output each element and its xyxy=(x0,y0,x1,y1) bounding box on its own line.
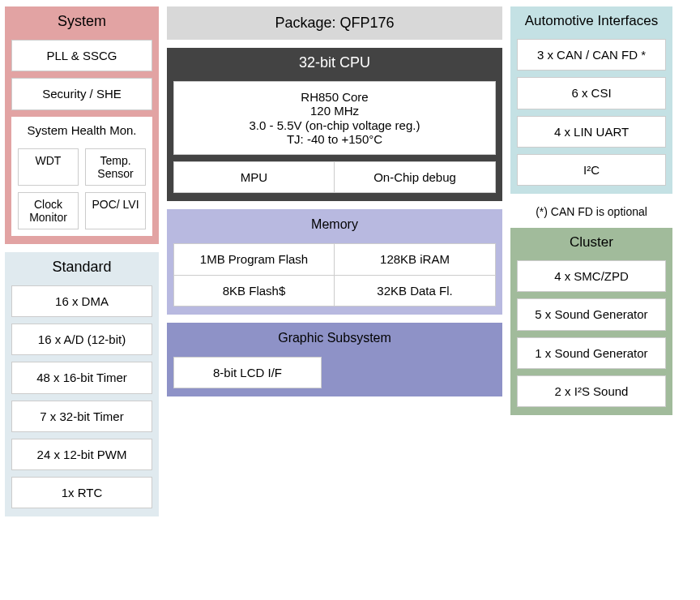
cluster-item: 5 x Sound Generator xyxy=(517,298,666,330)
health-cell: POC/ LVI xyxy=(85,192,146,229)
cpu-sub: On-Chip debug xyxy=(335,161,496,193)
graphic-title: Graphic Subsystem xyxy=(173,328,496,350)
standard-item: 16 x DMA xyxy=(11,285,152,317)
cpu-core: RH850 Core 120 MHz 3.0 - 5.5V (on-chip v… xyxy=(173,81,496,155)
cluster-item: 2 x I²S Sound xyxy=(517,375,666,407)
package-panel: Package: QFP176 xyxy=(167,6,502,40)
system-health: System Health Mon. WDT Temp. Sensor Cloc… xyxy=(11,117,152,236)
graphic-item: 8-bit LCD I/F xyxy=(173,357,322,388)
auto-item: 3 x CAN / CAN FD * xyxy=(517,39,666,71)
cluster-item: 4 x SMC/ZPD xyxy=(517,260,666,292)
memory-cell: 32KB Data Fl. xyxy=(335,276,496,306)
cluster-item: 1 x Sound Generator xyxy=(517,337,666,369)
cluster-title: Cluster xyxy=(517,233,666,254)
cpu-sub: MPU xyxy=(173,161,335,193)
canfd-note: (*) CAN FD is optional xyxy=(510,202,672,220)
memory-panel: Memory 1MB Program Flash 128KB iRAM 8KB … xyxy=(167,209,502,315)
standard-item: 24 x 12-bit PWM xyxy=(11,439,152,470)
standard-title: Standard xyxy=(11,257,152,279)
system-item: Security / SHE xyxy=(11,78,152,109)
graphic-panel: Graphic Subsystem 8-bit LCD I/F xyxy=(167,323,502,396)
memory-cell: 1MB Program Flash xyxy=(173,243,335,275)
package-title: Package: QFP176 xyxy=(175,15,494,32)
memory-title: Memory xyxy=(173,214,496,237)
automotive-panel: Automotive Interfaces 3 x CAN / CAN FD *… xyxy=(510,6,672,194)
standard-panel: Standard 16 x DMA 16 x A/D (12-bit) 48 x… xyxy=(5,252,159,517)
cpu-panel: 32-bit CPU RH850 Core 120 MHz 3.0 - 5.5V… xyxy=(167,48,502,201)
system-panel: System PLL & SSCG Security / SHE System … xyxy=(5,6,159,244)
system-title: System xyxy=(11,11,152,33)
standard-item: 1x RTC xyxy=(11,477,152,508)
automotive-title: Automotive Interfaces xyxy=(517,11,666,32)
standard-item: 7 x 32-bit Timer xyxy=(11,401,152,432)
system-health-title: System Health Mon. xyxy=(18,123,146,142)
memory-cell: 8KB Flash$ xyxy=(173,276,335,306)
auto-item: I²C xyxy=(517,154,666,186)
cluster-panel: Cluster 4 x SMC/ZPD 5 x Sound Generator … xyxy=(510,228,672,415)
cpu-title: 32-bit CPU xyxy=(173,53,496,75)
system-item: PLL & SSCG xyxy=(11,40,152,71)
health-cell: WDT xyxy=(18,148,79,186)
auto-item: 4 x LIN UART xyxy=(517,116,666,148)
standard-item: 48 x 16-bit Timer xyxy=(11,362,152,393)
health-cell: Temp. Sensor xyxy=(85,148,146,186)
health-cell: Clock Monitor xyxy=(18,192,79,229)
standard-item: 16 x A/D (12-bit) xyxy=(11,324,152,355)
memory-cell: 128KB iRAM xyxy=(335,243,496,275)
auto-item: 6 x CSI xyxy=(517,77,666,109)
